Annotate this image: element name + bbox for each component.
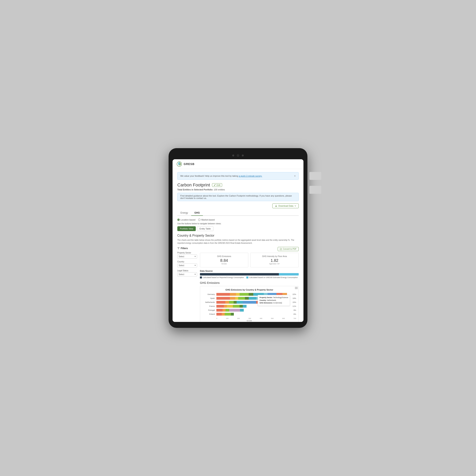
bar-label-netherlands: Netherlands xyxy=(203,301,216,303)
logo-area: GRESB xyxy=(176,161,195,167)
bar-row-poland: Poland 6% xyxy=(203,313,296,316)
download-row: Download Data xyxy=(177,204,299,208)
metric-cards: GHG Emissions 8.84 tCO2e GHG Intensity b… xyxy=(200,253,299,267)
chevron-down-icon xyxy=(294,205,296,207)
seg xyxy=(239,293,249,296)
convert-pdf-row: Convert to PDF xyxy=(200,247,299,251)
pdf-icon xyxy=(280,248,282,250)
bar-pct-spain: 19% xyxy=(292,297,296,299)
chart1-title: GHG Emissions by Country & Property Sect… xyxy=(203,289,296,291)
filter-icon xyxy=(177,247,180,250)
bar-track-poland xyxy=(216,313,292,316)
tab-ghg[interactable]: GHG xyxy=(191,210,203,216)
bar-label-portugal: Portugal xyxy=(203,309,216,311)
chart1-x-axis: 0 100 200 300 400 500 600 700 xyxy=(216,317,296,319)
filters-panel: Filters Property Sector Select Country S… xyxy=(177,247,197,322)
right-panel xyxy=(309,172,323,194)
filter-property-sector: Property Sector Select xyxy=(177,252,197,259)
country-select[interactable]: Select xyxy=(177,263,197,268)
page-title: Carbon Footprint xyxy=(177,183,210,188)
edit-button[interactable]: Edit xyxy=(212,183,222,187)
bar-track-portugal xyxy=(216,309,292,312)
banner-link[interactable]: a quick 2-minute survey. xyxy=(239,175,262,177)
bar-row-netherlands: Netherlands xyxy=(203,301,296,304)
content-layout: Filters Property Sector Select Country S… xyxy=(177,247,299,322)
screen: GRESB We value your feedback! Help us im… xyxy=(172,159,304,322)
camera-dot-3 xyxy=(242,154,244,156)
filter-country: Country Select xyxy=(177,261,197,268)
seg xyxy=(230,293,236,296)
chart1-bars: Germany xyxy=(203,293,296,322)
tabs-row: Energy GHG xyxy=(177,210,299,216)
bar-pct-germany: 22% xyxy=(292,293,296,295)
ghg-section-title: GHG Emissions xyxy=(200,281,299,284)
filters-header: Filters xyxy=(177,247,197,250)
info-banner: We value your feedback! Help us improve … xyxy=(177,172,299,180)
camera-dot-1 xyxy=(232,154,234,156)
legend-reported: Calculated based on Reported Energy Cons… xyxy=(200,276,244,278)
entity-table-button[interactable]: Entity Table xyxy=(197,226,213,231)
data-source-legend: Calculated based on Reported Energy Cons… xyxy=(200,276,299,278)
view-helper-text: Use the buttons below to navigate betwee… xyxy=(177,222,299,225)
device-frame: GRESB We value your feedback! Help us im… xyxy=(169,148,307,328)
bar-label-germany: Germany xyxy=(203,293,216,295)
seg xyxy=(216,293,230,296)
edit-icon xyxy=(214,184,216,186)
seg xyxy=(249,293,253,296)
radio-dot-location xyxy=(177,219,180,221)
logo-text: GRESB xyxy=(184,162,195,166)
charts-area: Convert to PDF GHG Emissions 8.84 tCO2e xyxy=(200,247,299,322)
property-sector-select[interactable]: Select xyxy=(177,255,197,259)
radio-location-based[interactable]: Location-based xyxy=(177,219,195,221)
data-source-section: Data Source Calculated based on Reported… xyxy=(200,270,299,278)
banner-close-button[interactable]: × xyxy=(294,174,296,177)
bar-pct-france: 11% xyxy=(292,305,296,307)
tab-energy[interactable]: Energy xyxy=(177,210,191,216)
app-content: GRESB We value your feedback! Help us im… xyxy=(172,159,304,322)
radio-dot-market xyxy=(198,219,201,221)
download-icon xyxy=(275,205,277,207)
section-title: Country & Property Sector xyxy=(177,234,299,238)
bar-row-portugal: Portugal 9% xyxy=(203,309,296,312)
gresb-logo-icon xyxy=(176,161,182,167)
subtitle: Total Entities in Selected Portfolio: 10… xyxy=(177,188,299,191)
download-button[interactable]: Download Data xyxy=(272,204,299,208)
view-buttons: Portfolio View Entity Table xyxy=(177,226,299,231)
filter-legal-status: Legal Status Select xyxy=(177,270,197,276)
page-title-row: Carbon Footprint Edit xyxy=(177,183,299,188)
bar-label-spain: Spain xyxy=(203,297,216,299)
legal-status-select[interactable]: Select xyxy=(177,272,197,276)
ds-bar-estimated xyxy=(279,273,299,275)
bar-track-netherlands: Property Sector: Technology/Science Coun… xyxy=(216,301,291,304)
legend-estimated: Calculated based on GRESB Estimated Ener… xyxy=(246,276,298,278)
bar-pct-poland: 6% xyxy=(293,313,296,315)
chart1-area: Germany xyxy=(203,293,296,322)
bar-pct-netherlands: 15% xyxy=(292,301,296,303)
legend-dot-reported xyxy=(200,276,202,278)
seg xyxy=(236,293,240,296)
bar-label-france: France xyxy=(203,305,216,307)
legend-dot-estimated xyxy=(246,276,248,278)
radio-row: Location-based Market-based xyxy=(177,219,299,221)
camera-bar xyxy=(172,154,304,157)
radio-market-based[interactable]: Market-based xyxy=(198,219,215,221)
chart1-container: GHG Emissions by Country & Property Sect… xyxy=(200,286,299,322)
bar-label-poland: Poland xyxy=(203,313,216,315)
banner-text: We value your feedback! Help us improve … xyxy=(180,175,262,177)
section-desc: The charts and the table below shows the… xyxy=(177,238,299,245)
data-source-bar xyxy=(200,273,299,275)
portfolio-view-button[interactable]: Portfolio View xyxy=(177,226,196,231)
main-content: We value your feedback! Help us improve … xyxy=(172,169,304,322)
bar-pct-portugal: 9% xyxy=(293,309,296,311)
guidance-banner: Find detailed guidance about the tool. E… xyxy=(177,193,299,201)
chart1-tooltip: Property Sector: Technology/Science Coun… xyxy=(258,295,290,306)
chart1-expand[interactable] xyxy=(295,287,298,290)
camera-dot-main xyxy=(237,154,239,157)
metric-card-ghg-emissions: GHG Emissions 8.84 tCO2e xyxy=(200,253,248,267)
ds-bar-reported xyxy=(200,273,279,275)
metric-card-ghg-intensity: GHG Intensity by Floor Area 1.82 kgCO2e … xyxy=(250,253,299,267)
app-header: GRESB xyxy=(172,159,304,169)
chart1-x-label: tCO2e xyxy=(203,320,296,322)
convert-pdf-button[interactable]: Convert to PDF xyxy=(278,247,299,251)
